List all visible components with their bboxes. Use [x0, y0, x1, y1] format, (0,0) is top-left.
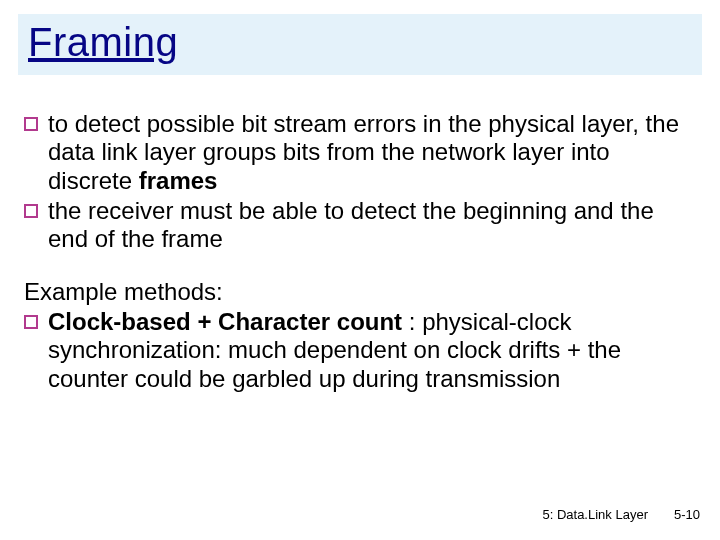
- square-bullet-icon: [24, 204, 38, 218]
- bullet-text: Clock-based + Character count : physical…: [48, 308, 696, 393]
- footer-page: 5-10: [674, 507, 700, 522]
- slide-body: to detect possible bit stream errors in …: [24, 110, 696, 395]
- slide-title: Framing: [28, 20, 692, 65]
- bullet-item: Clock-based + Character count : physical…: [24, 308, 696, 393]
- square-bullet-icon: [24, 315, 38, 329]
- title-bar: Framing: [18, 14, 702, 75]
- footer-section: 5: Data.Link Layer: [542, 507, 648, 522]
- spacer: [24, 256, 696, 278]
- bullet-bold: frames: [139, 167, 218, 194]
- slide: Framing to detect possible bit stream er…: [0, 0, 720, 540]
- slide-footer: 5: Data.Link Layer 5-10: [542, 507, 700, 522]
- example-heading: Example methods:: [24, 278, 696, 306]
- bullet-text: to detect possible bit stream errors in …: [48, 110, 696, 195]
- example-bold: Clock-based + Character count: [48, 308, 402, 335]
- bullet-item: to detect possible bit stream errors in …: [24, 110, 696, 195]
- bullet-item: the receiver must be able to detect the …: [24, 197, 696, 254]
- bullet-text: the receiver must be able to detect the …: [48, 197, 696, 254]
- square-bullet-icon: [24, 117, 38, 131]
- bullet-pre: the receiver must be able to detect the …: [48, 197, 654, 252]
- example-sep: :: [402, 308, 422, 335]
